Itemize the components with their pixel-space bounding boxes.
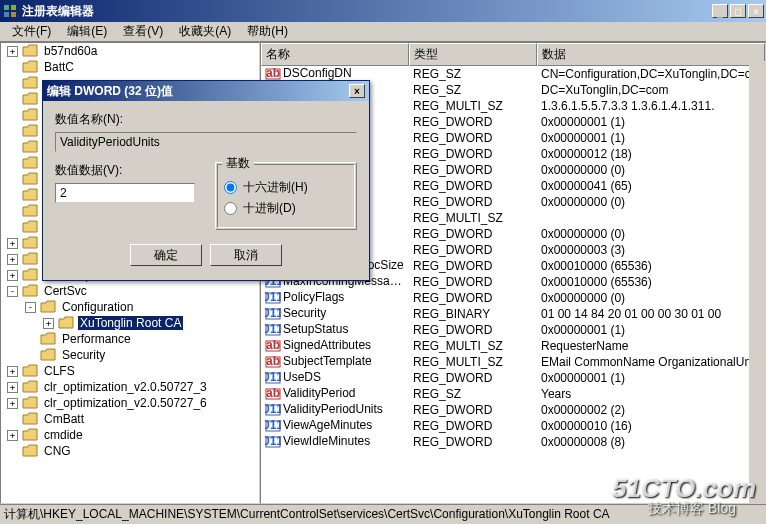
svg-text:011: 011 — [265, 306, 281, 320]
list-row[interactable]: 011SecurityREG_BINARY01 00 14 84 20 01 0… — [261, 306, 765, 322]
row-type: REG_DWORD — [409, 147, 537, 161]
tree-label[interactable]: CLFS — [42, 364, 77, 378]
row-data: EMail CommonName OrganizationalUni — [537, 355, 765, 369]
tree-expander[interactable]: + — [7, 270, 18, 281]
ok-button[interactable]: 确定 — [130, 244, 202, 266]
tree-label[interactable]: CmBatt — [42, 412, 86, 426]
tree-item[interactable]: Security — [1, 347, 259, 363]
tree-item[interactable]: +clr_optimization_v2.0.50727_3 — [1, 379, 259, 395]
tree-label[interactable]: Performance — [60, 332, 133, 346]
tree-expander[interactable]: + — [7, 382, 18, 393]
folder-icon — [22, 44, 38, 58]
tree-item[interactable]: +clr_optimization_v2.0.50727_6 — [1, 395, 259, 411]
folder-icon — [22, 412, 38, 426]
tree-expander[interactable]: + — [7, 238, 18, 249]
tree-item[interactable]: Performance — [1, 331, 259, 347]
tree-item[interactable]: CNG — [1, 443, 259, 459]
menu-edit[interactable]: 编辑(E) — [59, 21, 115, 42]
radio-dec[interactable]: 十进制(D) — [224, 200, 348, 217]
list-row[interactable]: abSubjectTemplateREG_MULTI_SZEMail Commo… — [261, 354, 765, 370]
row-data: 0x00000000 (0) — [537, 163, 765, 177]
tree-label[interactable]: Configuration — [60, 300, 135, 314]
col-data[interactable]: 数据 — [537, 43, 765, 66]
tree-label[interactable]: CNG — [42, 444, 73, 458]
folder-icon — [22, 396, 38, 410]
dialog-close-button[interactable]: × — [349, 84, 365, 98]
radio-hex[interactable]: 十六进制(H) — [224, 179, 348, 196]
tree-label[interactable]: Security — [60, 348, 107, 362]
row-type: REG_BINARY — [409, 307, 537, 321]
tree-expander[interactable]: - — [7, 286, 18, 297]
tree-expander[interactable]: + — [7, 254, 18, 265]
cancel-button[interactable]: 取消 — [210, 244, 282, 266]
tree-label[interactable]: clr_optimization_v2.0.50727_6 — [42, 396, 209, 410]
string-icon: ab — [265, 338, 281, 354]
binary-icon: 011 — [265, 402, 281, 418]
row-name: SubjectTemplate — [283, 354, 372, 368]
value-name-label: 数值名称(N): — [55, 111, 357, 128]
tree-label[interactable]: XuTonglin Root CA — [78, 316, 183, 330]
binary-icon: 011 — [265, 322, 281, 338]
binary-icon: 011 — [265, 290, 281, 306]
menubar: 文件(F) 编辑(E) 查看(V) 收藏夹(A) 帮助(H) — [0, 22, 766, 42]
row-type: REG_DWORD — [409, 163, 537, 177]
svg-text:011: 011 — [265, 402, 281, 416]
col-name[interactable]: 名称 — [261, 43, 409, 66]
list-row[interactable]: abValidityPeriodREG_SZYears — [261, 386, 765, 402]
svg-text:011: 011 — [265, 322, 281, 336]
menu-favorites[interactable]: 收藏夹(A) — [171, 21, 239, 42]
tree-expander[interactable]: + — [43, 318, 54, 329]
tree-item[interactable]: +XuTonglin Root CA — [1, 315, 259, 331]
tree-label[interactable]: BattC — [42, 60, 76, 74]
list-row[interactable]: 011ViewIdleMinutesREG_DWORD0x00000008 (8… — [261, 434, 765, 450]
value-data-input[interactable] — [55, 183, 195, 203]
tree-expander[interactable]: + — [7, 430, 18, 441]
folder-icon — [22, 284, 38, 298]
list-row[interactable]: 011ViewAgeMinutesREG_DWORD0x00000010 (16… — [261, 418, 765, 434]
tree-item[interactable]: +cmdide — [1, 427, 259, 443]
row-data: 0x00010000 (65536) — [537, 275, 765, 289]
folder-icon — [22, 428, 38, 442]
menu-view[interactable]: 查看(V) — [115, 21, 171, 42]
close-button[interactable]: × — [748, 4, 764, 18]
tree-label[interactable]: clr_optimization_v2.0.50727_3 — [42, 380, 209, 394]
main-titlebar: 注册表编辑器 _ □ × — [0, 0, 766, 22]
row-name: ValidityPeriodUnits — [283, 402, 383, 416]
tree-expander[interactable]: - — [25, 302, 36, 313]
folder-icon — [22, 92, 38, 106]
tree-item[interactable]: +CLFS — [1, 363, 259, 379]
minimize-button[interactable]: _ — [712, 4, 728, 18]
radio-hex-input[interactable] — [224, 181, 237, 194]
tree-label[interactable]: cmdide — [42, 428, 85, 442]
tree-item[interactable]: -Configuration — [1, 299, 259, 315]
menu-help[interactable]: 帮助(H) — [239, 21, 296, 42]
folder-icon — [22, 268, 38, 282]
list-row[interactable]: 011PolicyFlagsREG_DWORD0x00000000 (0) — [261, 290, 765, 306]
list-row[interactable]: 011UseDSREG_DWORD0x00000001 (1) — [261, 370, 765, 386]
tree-label[interactable]: CertSvc — [42, 284, 89, 298]
tree-item[interactable]: CmBatt — [1, 411, 259, 427]
row-type: REG_MULTI_SZ — [409, 211, 537, 225]
row-type: REG_DWORD — [409, 259, 537, 273]
col-type[interactable]: 类型 — [409, 43, 537, 66]
tree-item[interactable]: +b57nd60a — [1, 43, 259, 59]
tree-expander[interactable]: + — [7, 398, 18, 409]
maximize-button[interactable]: □ — [730, 4, 746, 18]
value-name-input — [55, 132, 357, 152]
tree-item[interactable]: -CertSvc — [1, 283, 259, 299]
svg-rect-1 — [11, 5, 16, 10]
svg-text:011: 011 — [265, 290, 281, 304]
row-data: RequesterName — [537, 339, 765, 353]
tree-expander[interactable]: + — [7, 46, 18, 57]
radio-dec-input[interactable] — [224, 202, 237, 215]
tree-item[interactable]: BattC — [1, 59, 259, 75]
edit-dword-dialog: 编辑 DWORD (32 位)值 × 数值名称(N): 数值数据(V): 基数 … — [42, 80, 370, 281]
list-row[interactable]: abSignedAttributesREG_MULTI_SZRequesterN… — [261, 338, 765, 354]
scrollbar-vertical[interactable] — [749, 61, 765, 503]
list-row[interactable]: 011ValidityPeriodUnitsREG_DWORD0x0000000… — [261, 402, 765, 418]
menu-file[interactable]: 文件(F) — [4, 21, 59, 42]
tree-expander[interactable]: + — [7, 366, 18, 377]
tree-label[interactable]: b57nd60a — [42, 44, 99, 58]
list-row[interactable]: 011SetupStatusREG_DWORD0x00000001 (1) — [261, 322, 765, 338]
list-header: 名称 类型 数据 — [261, 43, 765, 66]
